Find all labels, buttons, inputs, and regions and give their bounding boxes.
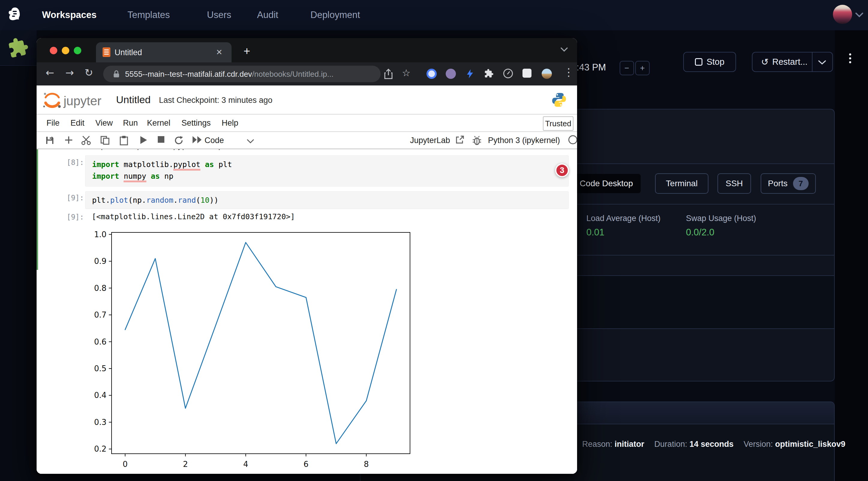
app-side-panel <box>0 30 37 66</box>
code-token: plt. <box>92 196 110 204</box>
browser-window: Untitled ✕ + ← → ↻ 5555--main--test--mat… <box>37 38 577 474</box>
url-host: 5555--main--test--matifali.atif.cdr.dev <box>125 70 252 78</box>
menu-edit[interactable]: Edit <box>70 119 85 128</box>
user-avatar[interactable] <box>833 5 852 24</box>
copy-cell-icon[interactable] <box>100 135 110 145</box>
reason-label: Reason: <box>582 440 613 449</box>
svg-text:0.2: 0.2 <box>94 444 106 453</box>
screen: Workspaces Templates Users Audit Deploym… <box>0 0 868 481</box>
code-token: )) <box>209 196 218 204</box>
share-icon[interactable] <box>384 69 393 79</box>
cell-type-chevron-icon[interactable] <box>247 138 254 144</box>
restart-kernel-icon[interactable] <box>174 135 184 145</box>
page-gutter <box>835 30 868 481</box>
stop-button[interactable]: Stop <box>683 52 736 72</box>
trusted-button[interactable]: Trusted <box>543 116 574 131</box>
menu-help[interactable]: Help <box>222 119 239 128</box>
puzzle-app-icon[interactable] <box>6 35 31 60</box>
code-cell-input[interactable]: import matplotlib.pyplot as pltimport nu… <box>85 155 569 187</box>
nav-item-templates[interactable]: Templates <box>127 9 170 21</box>
menu-view[interactable]: View <box>95 119 113 128</box>
bookmark-star-icon[interactable]: ☆ <box>402 67 411 78</box>
lock-icon <box>113 70 120 78</box>
restart-options-chevron-icon[interactable] <box>818 60 826 65</box>
output-prompt: [9]: <box>56 213 84 221</box>
window-maximize-button[interactable] <box>74 47 81 54</box>
zoom-in-button[interactable]: + <box>635 61 650 75</box>
svg-text:4: 4 <box>243 460 248 469</box>
app-button-ports[interactable]: Ports 7 <box>761 173 816 194</box>
code-token: plt <box>214 160 232 169</box>
version-value: optimistic_liskov9 <box>775 440 845 449</box>
code-token: import <box>92 172 119 181</box>
code-line: import matplotlib.pyplot as plt <box>92 159 568 170</box>
restart-label: Restart... <box>772 57 808 67</box>
jupyter-logo: jupyter <box>42 91 111 110</box>
checkpoint-status: Last Checkpoint: 3 minutes ago <box>159 96 272 105</box>
menu-kernel[interactable]: Kernel <box>147 119 170 128</box>
nav-item-deployment[interactable]: Deployment <box>310 9 360 21</box>
interrupt-kernel-icon[interactable] <box>157 135 165 143</box>
browser-menu-icon[interactable]: ⋮ <box>563 66 574 78</box>
tab-close-icon[interactable]: ✕ <box>216 48 222 57</box>
app-button-terminal[interactable]: Terminal <box>655 173 708 194</box>
chevron-down-icon[interactable] <box>855 11 864 18</box>
extension-1password-icon[interactable] <box>427 69 437 79</box>
build-status-line: Reason: initiator Duration: 14 seconds V… <box>582 440 845 449</box>
extension-gauge-icon[interactable] <box>503 69 513 78</box>
nav-item-audit[interactable]: Audit <box>257 9 278 21</box>
svg-text:0: 0 <box>123 460 128 469</box>
browser-profile-avatar[interactable] <box>542 69 552 79</box>
paste-cell-icon[interactable] <box>119 135 128 146</box>
code-token: np <box>160 172 173 181</box>
duration-label: Duration: <box>654 440 687 449</box>
extension-github-icon[interactable] <box>446 69 456 79</box>
external-link-icon[interactable] <box>456 135 464 144</box>
notification-count-badge[interactable]: 3 <box>555 163 569 177</box>
url-path: /notebooks/Untitled.ip... <box>252 70 334 78</box>
tab-search-chevron-icon[interactable] <box>560 46 568 53</box>
zoom-out-button[interactable]: − <box>620 61 634 75</box>
nav-item-workspaces[interactable]: Workspaces <box>42 9 97 21</box>
cell-type-select[interactable]: Code <box>205 136 224 145</box>
window-minimize-button[interactable] <box>62 47 69 54</box>
extension-panel-icon[interactable] <box>523 69 531 78</box>
reload-button[interactable]: ↻ <box>85 67 93 78</box>
code-token: ( <box>196 196 200 204</box>
extension-bolt-icon[interactable] <box>465 69 475 79</box>
debugger-bug-icon[interactable] <box>472 135 482 145</box>
nav-item-users[interactable]: Users <box>207 9 231 21</box>
menu-file[interactable]: File <box>46 119 60 128</box>
app-button-label: Terminal <box>666 179 698 188</box>
back-button[interactable]: ← <box>45 67 54 78</box>
cell-prompt: [8]: <box>56 158 84 167</box>
app-button-label: SSH <box>725 179 743 188</box>
add-cell-icon[interactable] <box>64 135 73 145</box>
forward-button[interactable]: → <box>65 67 74 78</box>
stop-label: Stop <box>707 57 725 67</box>
window-close-button[interactable] <box>50 47 57 54</box>
cut-cell-icon[interactable] <box>81 135 91 145</box>
notebook-title[interactable]: Untitled <box>116 94 151 105</box>
code-cell-input[interactable]: plt.plot(np.random.rand(10)) <box>85 191 569 209</box>
kernel-name-label[interactable]: Python 3 (ipykernel) <box>488 136 560 145</box>
code-token: 10 <box>200 196 209 204</box>
open-jupyterlab-link[interactable]: JupyterLab <box>410 136 450 145</box>
top-navbar: Workspaces Templates Users Audit Deploym… <box>0 0 868 30</box>
coder-logo-icon[interactable] <box>6 7 23 23</box>
menu-run[interactable]: Run <box>123 119 138 128</box>
extensions-puzzle-icon[interactable] <box>484 69 494 78</box>
svg-text:0.4: 0.4 <box>94 391 106 400</box>
address-bar[interactable]: 5555--main--test--matifali.atif.cdr.dev/… <box>103 66 381 82</box>
workspace-menu-button[interactable] <box>849 53 851 63</box>
run-all-cells-icon[interactable] <box>192 135 203 144</box>
save-icon[interactable] <box>45 135 55 145</box>
browser-tab[interactable]: Untitled ✕ <box>96 42 231 62</box>
code-token <box>200 160 205 169</box>
app-button-ssh[interactable]: SSH <box>717 173 751 194</box>
clipped-code-line: import matplotlib.pyplot as plt <box>92 149 512 152</box>
restart-button[interactable]: ↺ Restart... <box>752 52 833 72</box>
new-tab-button[interactable]: + <box>244 45 250 58</box>
menu-settings[interactable]: Settings <box>182 119 211 128</box>
run-cell-icon[interactable] <box>139 135 148 145</box>
